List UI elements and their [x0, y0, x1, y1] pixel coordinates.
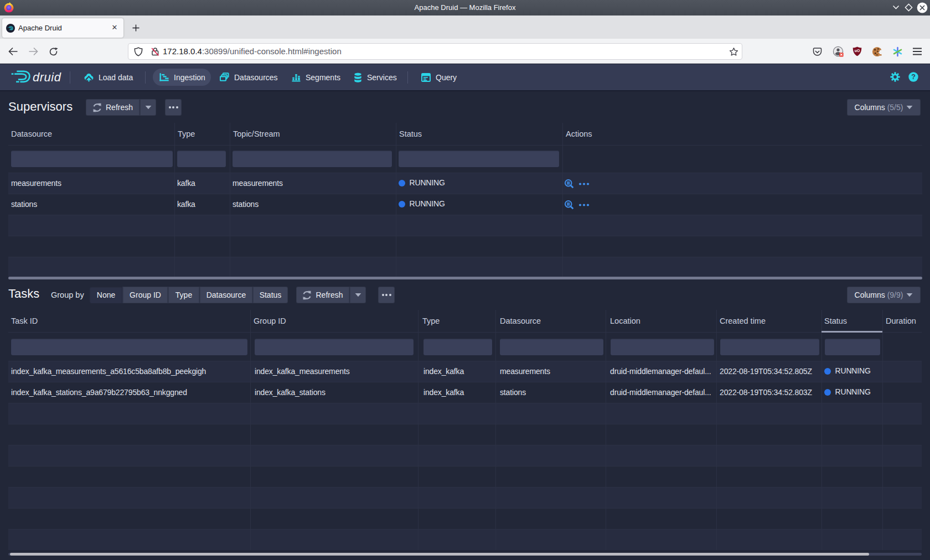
svg-text:uO: uO [855, 49, 860, 53]
svg-text:?: ? [911, 73, 916, 81]
